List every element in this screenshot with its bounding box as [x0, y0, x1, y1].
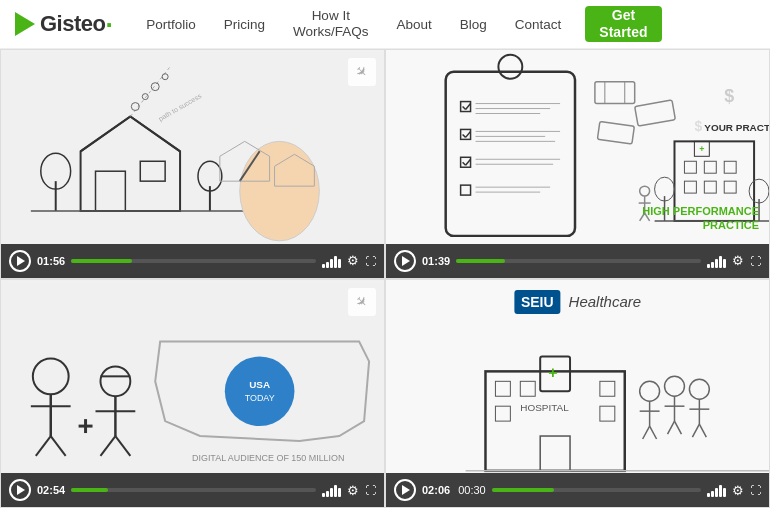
seiu-label: SEIU	[514, 290, 561, 314]
bookmark-button-3[interactable]	[348, 288, 376, 316]
play-icon-4	[402, 485, 410, 495]
volume-bars-3	[322, 483, 341, 497]
controls-bar-1: 01:56 ⚙ ⛶	[1, 244, 384, 278]
logo-triangle-icon	[15, 12, 35, 36]
play-button-4[interactable]	[394, 479, 416, 501]
svg-text:$: $	[724, 86, 734, 106]
time-display-1: 01:56	[37, 255, 65, 267]
svg-text:+: +	[699, 144, 704, 154]
video-cell-1: path to success 01:56 ⚙ ⛶	[0, 49, 385, 279]
play-icon-1	[17, 256, 25, 266]
seiu-badge: SEIU Healthcare	[514, 290, 641, 314]
video-grid: path to success 01:56 ⚙ ⛶	[0, 49, 770, 508]
time-display-4: 02:06	[422, 484, 450, 496]
play-button-3[interactable]	[9, 479, 31, 501]
time-display-3: 02:54	[37, 484, 65, 496]
logo-text: Gisteo·	[40, 11, 112, 37]
svg-point-84	[225, 356, 295, 426]
progress-fill-2	[456, 259, 505, 263]
time-display-2: 01:39	[422, 255, 450, 267]
play-icon-3	[17, 485, 25, 495]
svg-text:HOSPITAL: HOSPITAL	[520, 402, 569, 413]
countdown-display-4: 00:30	[458, 484, 486, 496]
svg-text:USA: USA	[249, 379, 270, 390]
logo[interactable]: Gisteo·	[15, 11, 112, 37]
controls-bar-3: 02:54 ⚙ ⛶	[1, 473, 384, 507]
logo-dot: ·	[105, 10, 112, 40]
fullscreen-icon-1[interactable]: ⛶	[365, 255, 376, 267]
settings-icon-4[interactable]: ⚙	[732, 483, 744, 498]
progress-bar-2[interactable]	[456, 259, 701, 263]
progress-fill-3	[71, 488, 108, 492]
seiu-text: Healthcare	[569, 293, 642, 310]
play-button-1[interactable]	[9, 250, 31, 272]
nav-how-it-works[interactable]: How ItWorks/FAQs	[279, 0, 383, 49]
video-cell-2: $ $ YOUR PRACTICE +	[385, 49, 770, 279]
header: Gisteo· Portfolio Pricing How ItWorks/FA…	[0, 0, 770, 49]
svg-rect-70	[1, 281, 384, 505]
bookmark-button-1[interactable]	[348, 58, 376, 86]
progress-fill-1	[71, 259, 132, 263]
play-button-2[interactable]	[394, 250, 416, 272]
controls-bar-4: 02:06 00:30 ⚙ ⛶	[386, 473, 769, 507]
volume-bars-4	[707, 483, 726, 497]
svg-text:TODAY: TODAY	[245, 393, 275, 403]
svg-text:+: +	[548, 364, 557, 381]
nav-pricing[interactable]: Pricing	[210, 0, 279, 49]
fullscreen-icon-4[interactable]: ⛶	[750, 484, 761, 496]
svg-rect-20	[386, 52, 769, 276]
overlay-text-2: HIGH PERFORMANCEPRACTICE	[642, 204, 759, 233]
settings-icon-3[interactable]: ⚙	[347, 483, 359, 498]
fullscreen-icon-3[interactable]: ⛶	[365, 484, 376, 496]
svg-point-11	[240, 141, 320, 240]
play-icon-2	[402, 256, 410, 266]
controls-bar-2: 01:39 ⚙ ⛶	[386, 244, 769, 278]
fullscreen-icon-2[interactable]: ⛶	[750, 255, 761, 267]
nav-contact[interactable]: Contact	[501, 0, 576, 49]
nav-about[interactable]: About	[383, 0, 446, 49]
svg-rect-0	[1, 52, 384, 276]
settings-icon-1[interactable]: ⚙	[347, 253, 359, 268]
progress-bar-1[interactable]	[71, 259, 316, 263]
get-started-button[interactable]: GetStarted	[585, 6, 661, 42]
nav-portfolio[interactable]: Portfolio	[132, 0, 210, 49]
volume-bars-2	[707, 254, 726, 268]
svg-text:DIGITAL AUDIENCE OF 150 MILLIO: DIGITAL AUDIENCE OF 150 MILLION	[192, 452, 344, 462]
video-cell-4: + HOSPITAL	[385, 279, 770, 509]
settings-icon-2[interactable]: ⚙	[732, 253, 744, 268]
svg-text:YOUR PRACTICE: YOUR PRACTICE	[704, 122, 769, 133]
progress-bar-4[interactable]	[492, 488, 701, 492]
progress-bar-3[interactable]	[71, 488, 316, 492]
main-nav: Portfolio Pricing How ItWorks/FAQs About…	[132, 0, 755, 49]
video-cell-3: USA TODAY DIGITAL AUDIENCE OF 150 MILLIO…	[0, 279, 385, 509]
svg-text:$: $	[694, 118, 702, 134]
progress-fill-4	[492, 488, 555, 492]
nav-blog[interactable]: Blog	[446, 0, 501, 49]
volume-bars-1	[322, 254, 341, 268]
